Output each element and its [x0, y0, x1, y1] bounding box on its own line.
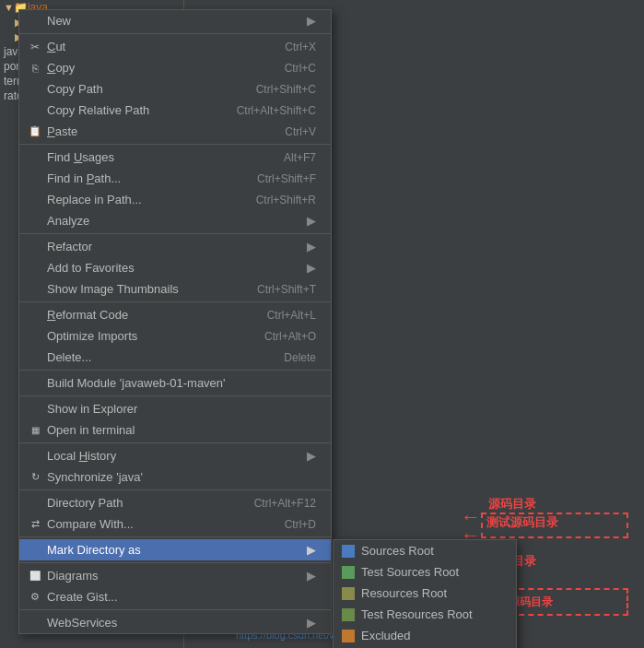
submenu-item-excluded[interactable]: Excluded — [334, 625, 516, 646]
menu-item-mark-directory-as[interactable]: Mark Directory as ▶ Sources Root Test So… — [19, 539, 331, 560]
menu-label-reformat-code: Reformat Code — [47, 308, 249, 322]
menu-item-optimize-imports[interactable]: Optimize Imports Ctrl+Alt+O — [19, 325, 331, 347]
menu-item-show-in-explorer[interactable]: Show in Explorer — [19, 398, 331, 419]
diagrams-icon: ⬜ — [27, 571, 43, 581]
menu-item-find-usages[interactable]: Find Usages Alt+F7 — [19, 147, 331, 168]
menu-label-add-to-favorites: Add to Favorites — [47, 261, 302, 275]
create-gist-icon: ⚙ — [27, 591, 43, 603]
menu-item-delete[interactable]: Delete... Delete — [19, 347, 331, 368]
menu-label-copy-relative-path: Copy Relative Path — [47, 103, 218, 117]
menu-label-show-in-explorer: Show in Explorer — [47, 402, 316, 416]
separator-10 — [19, 562, 331, 563]
mark-directory-as-arrow: ▶ — [307, 543, 316, 557]
menu-item-cut[interactable]: ✂ Cut Ctrl+X — [19, 36, 331, 57]
paste-shortcut: Ctrl+V — [285, 125, 316, 138]
copy-shortcut: Ctrl+C — [285, 62, 316, 75]
test-resources-root-icon — [341, 607, 356, 622]
menu-label-find-in-path: Find in Path... — [47, 171, 239, 185]
menu-label-find-usages: Find Usages — [47, 150, 265, 164]
separator-9 — [19, 536, 331, 537]
cut-icon: ✂ — [27, 41, 43, 53]
menu-item-directory-path[interactable]: Directory Path Ctrl+Alt+F12 — [19, 492, 331, 513]
refactor-arrow: ▶ — [307, 240, 316, 253]
add-to-favorites-arrow: ▶ — [307, 261, 316, 275]
menu-item-local-history[interactable]: Local History ▶ — [19, 445, 331, 466]
webservices-arrow: ▶ — [307, 616, 316, 630]
menu-item-add-to-favorites[interactable]: Add to Favorites ▶ — [19, 257, 331, 278]
menu-item-reformat-code[interactable]: Reformat Code Ctrl+Alt+L — [19, 304, 331, 325]
menu-label-local-history: Local History — [47, 449, 302, 463]
menu-label-analyze: Analyze — [47, 214, 302, 228]
menu-label-build-module: Build Module 'javaweb-01-maven' — [47, 376, 316, 390]
excluded-icon — [341, 629, 356, 643]
separator-6 — [19, 395, 331, 396]
submenu-mark-directory: Sources Root Test Sources Root Resources… — [333, 539, 517, 648]
menu-item-show-image-thumbnails[interactable]: Show Image Thumbnails Ctrl+Shift+T — [19, 278, 331, 300]
separator-3 — [19, 233, 331, 234]
menu-item-new[interactable]: New ▶ — [19, 10, 331, 31]
menu-label-delete: Delete... — [47, 350, 265, 364]
menu-label-refactor: Refactor — [47, 240, 302, 253]
menu-item-compare-with[interactable]: ⇄ Compare With... Ctrl+D — [19, 513, 331, 535]
menu-item-diagrams[interactable]: ⬜ Diagrams ▶ — [19, 565, 331, 586]
diagrams-arrow: ▶ — [307, 569, 316, 583]
menu-item-replace-in-path[interactable]: Replace in Path... Ctrl+Shift+R — [19, 189, 331, 210]
paste-icon: 📋 — [27, 125, 43, 137]
menu-item-build-module[interactable]: Build Module 'javaweb-01-maven' — [19, 372, 331, 394]
replace-in-path-shortcut: Ctrl+Shift+R — [256, 194, 316, 206]
submenu-item-test-resources-root[interactable]: Test Resources Root — [334, 604, 516, 625]
menu-item-refactor[interactable]: Refactor ▶ — [19, 236, 331, 257]
submenu-label-test-resources-root: Test Resources Root — [361, 607, 473, 621]
menu-item-create-gist[interactable]: ⚙ Create Gist... — [19, 586, 331, 607]
menu-label-copy: Copy — [47, 61, 266, 75]
menu-item-copy-relative-path[interactable]: Copy Relative Path Ctrl+Alt+Shift+C — [19, 100, 331, 121]
separator-11 — [19, 609, 331, 610]
delete-shortcut: Delete — [284, 351, 316, 364]
directory-path-shortcut: Ctrl+Alt+F12 — [254, 497, 316, 510]
submenu-item-sources-root[interactable]: Sources Root — [334, 540, 516, 561]
menu-item-open-in-terminal[interactable]: ▦ Open in terminal — [19, 419, 331, 441]
submenu-item-test-sources-root[interactable]: Test Sources Root — [334, 561, 516, 583]
separator-4 — [19, 301, 331, 302]
menu-item-paste[interactable]: 📋 Paste Ctrl+V — [19, 121, 331, 142]
local-history-arrow: ▶ — [307, 449, 316, 463]
test-sources-root-icon — [341, 565, 356, 580]
menu-label-directory-path: Directory Path — [47, 496, 236, 510]
menu-label-optimize-imports: Optimize Imports — [47, 329, 246, 343]
copy-icon: ⎘ — [27, 63, 43, 74]
context-menu: New ▶ ✂ Cut Ctrl+X ⎘ Copy Ctrl+C Copy Pa… — [18, 9, 332, 634]
menu-label-mark-directory-as: Mark Directory as — [47, 543, 302, 557]
separator-8 — [19, 489, 331, 490]
menu-label-copy-path: Copy Path — [47, 82, 238, 96]
copy-path-shortcut: Ctrl+Shift+C — [256, 83, 316, 96]
submenu-label-excluded: Excluded — [361, 629, 410, 642]
menu-label-diagrams: Diagrams — [47, 569, 302, 583]
open-in-terminal-icon: ▦ — [27, 425, 43, 435]
menu-label-replace-in-path: Replace in Path... — [47, 193, 238, 206]
sources-root-icon — [341, 544, 356, 559]
separator-5 — [19, 370, 331, 371]
menu-item-copy[interactable]: ⎘ Copy Ctrl+C — [19, 57, 331, 78]
new-arrow: ▶ — [307, 14, 316, 28]
resources-root-icon — [341, 586, 356, 601]
menu-label-compare-with: Compare With... — [47, 517, 266, 531]
submenu-item-resources-root[interactable]: Resources Root — [334, 583, 516, 604]
submenu-label-test-sources-root: Test Sources Root — [361, 565, 459, 579]
cut-shortcut: Ctrl+X — [285, 41, 316, 53]
find-in-path-shortcut: Ctrl+Shift+F — [257, 172, 316, 185]
menu-item-analyze[interactable]: Analyze ▶ — [19, 210, 331, 231]
menu-label-synchronize: Synchronize 'java' — [47, 470, 316, 484]
menu-label-new: New — [47, 14, 302, 28]
synchronize-icon: ↻ — [27, 471, 43, 483]
menu-item-webservices[interactable]: WebServices ▶ — [19, 612, 331, 633]
copy-relative-path-shortcut: Ctrl+Alt+Shift+C — [237, 104, 316, 117]
menu-item-find-in-path[interactable]: Find in Path... Ctrl+Shift+F — [19, 168, 331, 189]
menu-item-copy-path[interactable]: Copy Path Ctrl+Shift+C — [19, 78, 331, 100]
menu-label-create-gist: Create Gist... — [47, 590, 316, 604]
menu-item-synchronize[interactable]: ↻ Synchronize 'java' — [19, 466, 331, 488]
analyze-arrow: ▶ — [307, 214, 316, 228]
reformat-code-shortcut: Ctrl+Alt+L — [267, 309, 316, 322]
submenu-label-sources-root: Sources Root — [361, 544, 434, 558]
separator-1 — [19, 33, 331, 34]
menu-label-open-in-terminal: Open in terminal — [47, 423, 316, 437]
